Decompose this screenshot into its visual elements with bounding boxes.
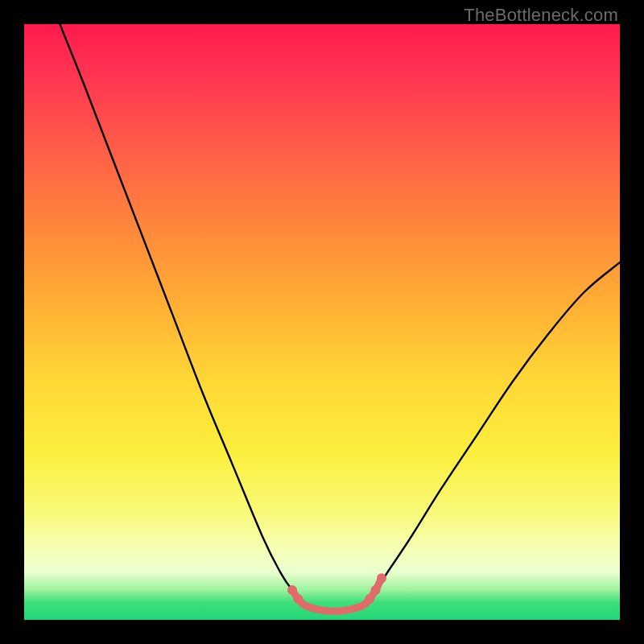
svg-point-1: [293, 594, 303, 604]
curve-left-curve: [60, 24, 303, 602]
svg-point-2: [371, 585, 381, 595]
svg-point-0: [287, 585, 297, 595]
chart-svg: [24, 24, 620, 620]
svg-point-4: [365, 594, 374, 604]
svg-point-3: [377, 573, 386, 583]
watermark-text: TheBottleneck.com: [464, 5, 618, 26]
curve-right-curve: [364, 262, 620, 602]
highlight-bottleneck-range: [287, 573, 386, 611]
plot-area: [24, 24, 620, 620]
chart-frame: TheBottleneck.com: [0, 0, 644, 644]
